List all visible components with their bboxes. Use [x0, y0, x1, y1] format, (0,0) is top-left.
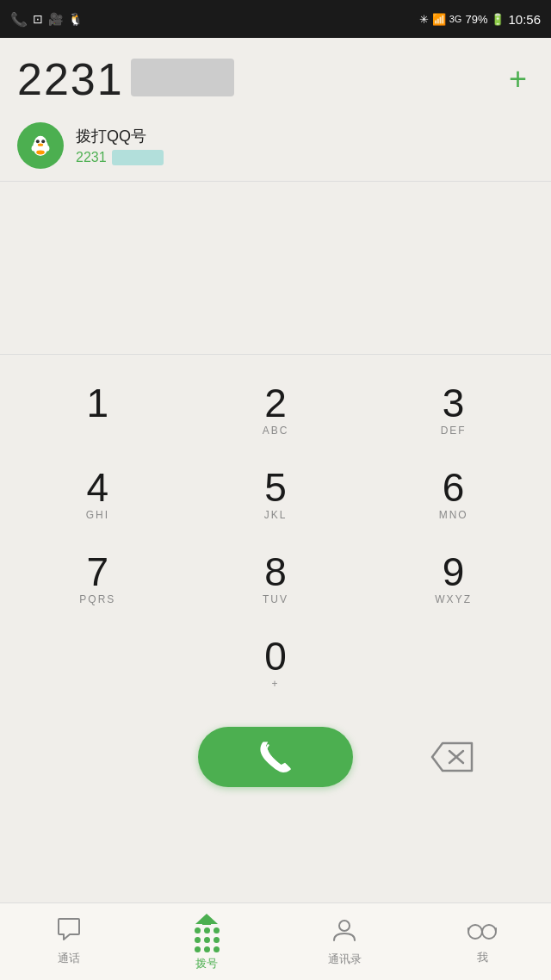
- suggestion-number-redacted: [112, 150, 164, 165]
- status-bar: 📞 ⊡ 🎥 🐧 ✳ 📶 3G 79% 🔋 10:56: [0, 0, 551, 38]
- key-7[interactable]: 7 PQRS: [20, 541, 175, 618]
- battery-level: 79%: [465, 13, 487, 26]
- svg-marker-8: [432, 743, 472, 771]
- keypad-row-1: 1 2 ABC 3 DEF: [9, 372, 542, 450]
- svg-point-14: [468, 925, 482, 939]
- key-4[interactable]: 4 GHI: [20, 456, 175, 534]
- svg-point-7: [36, 151, 45, 155]
- nav-item-contacts[interactable]: 通讯录: [276, 916, 413, 967]
- key-8[interactable]: 8 TUV: [198, 541, 353, 618]
- suggestion-title: 拨打QQ号: [76, 126, 534, 146]
- suggestion-number-text: 2231: [76, 150, 107, 165]
- number-redacted: [131, 59, 234, 96]
- svg-point-13: [339, 921, 350, 931]
- nav-label-calls: 通话: [58, 951, 80, 966]
- key-1[interactable]: 1: [20, 372, 175, 450]
- add-contact-button[interactable]: +: [502, 61, 534, 97]
- nav-item-calls[interactable]: 通话: [0, 917, 138, 966]
- key-5[interactable]: 5 JKL: [198, 456, 353, 534]
- key-0[interactable]: 0 +: [198, 625, 353, 703]
- signal-3g-icon: 3G: [449, 14, 462, 24]
- svg-marker-11: [195, 914, 218, 924]
- nav-label-me: 我: [477, 950, 488, 965]
- call-status-icon: 📞: [10, 11, 28, 28]
- key-2[interactable]: 2 ABC: [198, 372, 353, 450]
- svg-rect-12: [202, 924, 211, 925]
- svg-point-6: [46, 146, 50, 151]
- key-3[interactable]: 3 DEF: [376, 372, 531, 450]
- contacts-icon: [331, 916, 357, 948]
- dialpad-icon: [194, 913, 220, 952]
- empty-area: [0, 182, 551, 354]
- keypad-row-2: 4 GHI 5 JKL 6 MNO: [9, 456, 542, 534]
- call-button[interactable]: [198, 727, 353, 787]
- clock: 10:56: [508, 12, 541, 27]
- keypad: 1 2 ABC 3 DEF 4 GHI 5 JKL 6 MNO 7 PQRS: [0, 355, 551, 718]
- keypad-row-4: 0 +: [9, 625, 542, 703]
- entered-number: 2231: [17, 53, 124, 105]
- key-6[interactable]: 6 MNO: [376, 456, 531, 534]
- qq-icon: 🐧: [68, 12, 83, 26]
- bluetooth-icon: ✳: [419, 13, 429, 26]
- keypad-row-3: 7 PQRS 8 TUV 9 WXYZ: [9, 541, 542, 618]
- status-left-icons: 📞 ⊡ 🎥 🐧: [10, 11, 83, 28]
- svg-point-3: [41, 140, 45, 143]
- sim-icon: ⊡: [33, 12, 43, 26]
- wifi-icon: 📶: [432, 13, 446, 26]
- nav-item-me[interactable]: 我: [413, 919, 551, 965]
- chat-icon: [56, 917, 82, 947]
- nav-label-dialpad: 拨号: [195, 956, 218, 971]
- dialer-header: 2231 +: [0, 38, 551, 114]
- svg-point-15: [482, 925, 496, 939]
- me-icon: [467, 919, 498, 946]
- suggestion-info: 拨打QQ号 2231: [76, 126, 534, 165]
- battery-icon: 🔋: [491, 13, 505, 26]
- camera-icon: 🎥: [48, 12, 63, 26]
- svg-point-4: [38, 144, 43, 146]
- nav-item-dialpad[interactable]: 拨号: [138, 913, 276, 971]
- bottom-nav: 通话 拨号: [0, 902, 551, 980]
- action-row: [0, 718, 551, 804]
- suggestion-avatar: [17, 122, 64, 169]
- svg-point-5: [32, 146, 36, 151]
- delete-button[interactable]: [422, 727, 482, 787]
- dot-grid: [195, 927, 220, 952]
- key-9[interactable]: 9 WXYZ: [376, 541, 531, 618]
- nav-label-contacts: 通讯录: [328, 952, 362, 967]
- suggestion-number: 2231: [76, 150, 534, 165]
- dialer-number-display: 2231: [17, 53, 502, 105]
- suggestion-area[interactable]: 拨打QQ号 2231: [0, 114, 551, 182]
- status-right-icons: ✳ 📶 3G 79% 🔋 10:56: [419, 12, 541, 27]
- svg-point-2: [36, 140, 40, 143]
- svg-point-1: [34, 136, 46, 150]
